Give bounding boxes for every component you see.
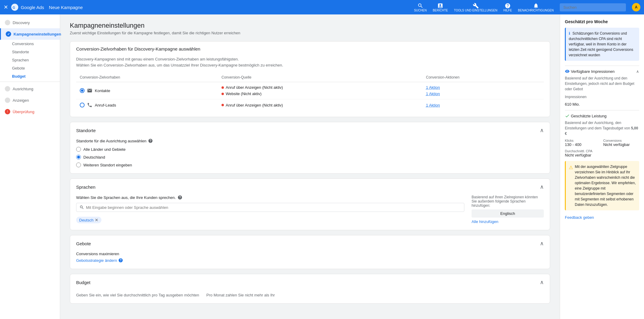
kontakte-action-2[interactable]: 1 Aktion bbox=[426, 91, 540, 96]
anruf-radio[interactable] bbox=[80, 103, 85, 107]
sprachen-tags: Deutsch ✕ bbox=[76, 214, 464, 223]
sprachen-suggested-title: Basierend auf Ihren Zielregionen könnten… bbox=[472, 195, 544, 208]
top-navigation: ✕ G Google Ads Neue Kampagne SUCHEN BERI… bbox=[0, 0, 644, 14]
sidebar-sub-standorte[interactable]: Standorte bbox=[0, 48, 60, 56]
radio-alle-laender[interactable]: Alle Länder und Gebiete bbox=[76, 147, 544, 152]
budget-title: Budget bbox=[76, 280, 91, 285]
source-anruf-label: Anruf über Anzeigen (Nicht aktiv) bbox=[226, 85, 283, 90]
anruf-action-1[interactable]: 1 Aktion bbox=[426, 103, 540, 107]
radio-deutschland-label: Deutschland bbox=[83, 155, 105, 160]
add-all-button[interactable]: Alle hinzufügen bbox=[472, 219, 544, 224]
main-content: Kampagneneinstellungen Zuerst wichtige E… bbox=[60, 14, 560, 319]
sidebar-item-kampagneneinstellungen[interactable]: ✓ Kampagneneinstellungen bbox=[0, 28, 60, 40]
radio-alle-input[interactable] bbox=[76, 147, 81, 152]
sidebar-sub-budget[interactable]: Budget bbox=[0, 72, 60, 80]
sprachen-help-icon bbox=[178, 195, 182, 200]
budget-note: Pro Monat zahlen Sie nicht mehr als Ihr bbox=[206, 293, 275, 297]
kontakte-action-1[interactable]: 1 Aktion bbox=[426, 85, 540, 90]
sprachen-card-header[interactable]: Sprachen ∧ bbox=[70, 179, 550, 195]
gebote-collapse-icon[interactable]: ∧ bbox=[540, 240, 544, 247]
tag-deutsch-remove[interactable]: ✕ bbox=[95, 218, 98, 222]
budget-card: Budget ∧ Geben Sie ein, wie viel Sie dur… bbox=[70, 274, 550, 304]
klicks-value: 130 - 400 bbox=[565, 142, 601, 147]
sidebar-item-discovery[interactable]: Discovery bbox=[0, 17, 60, 28]
sprachen-layout: Wählen Sie die Sprachen aus, die Ihre Ku… bbox=[76, 195, 544, 224]
impressions-expand-icon[interactable]: ∧ bbox=[636, 69, 639, 74]
sidebar-ausrichtung-label: Ausrichtung bbox=[13, 87, 33, 91]
gebote-card-header[interactable]: Gebote ∧ bbox=[70, 235, 550, 252]
user-avatar[interactable]: A bbox=[632, 3, 640, 11]
sprachen-search-box[interactable] bbox=[76, 203, 464, 212]
anruf-sources-cell: Anruf über Anzeigen (Nicht aktiv) bbox=[218, 99, 423, 111]
sprachen-collapse-icon[interactable]: ∧ bbox=[540, 184, 544, 190]
sidebar-sub-sprachen[interactable]: Sprachen bbox=[0, 56, 60, 64]
page-subtitle: Zuerst wichtige Einstellungen für die Ka… bbox=[70, 31, 550, 35]
kontakte-sources: Anruf über Anzeigen (Nicht aktiv) Websit… bbox=[221, 85, 419, 96]
tag-deutsch-label: Deutsch bbox=[79, 218, 94, 222]
sidebar-conversions-label: Conversions bbox=[12, 42, 34, 46]
standorte-card-header[interactable]: Standorte ∧ bbox=[70, 122, 550, 138]
sidebar-item-ueberpruefung[interactable]: ! Überprüfung bbox=[0, 106, 60, 117]
conversion-card: Conversion-Zielvorhaben für Discovery-Ka… bbox=[70, 41, 550, 117]
sidebar-standorte-label: Standorte bbox=[12, 50, 29, 54]
gebote-change-link[interactable]: Gebotsstrategie ändern bbox=[76, 258, 544, 263]
source-anruf-2-label: Anruf über Anzeigen (Nicht aktiv) bbox=[226, 103, 283, 107]
info-box: ℹ Schätzungen für Conversions und durchs… bbox=[565, 28, 639, 61]
radio-deutschland-input[interactable] bbox=[76, 155, 81, 160]
radio-deutschland[interactable]: Deutschland bbox=[76, 155, 544, 160]
suggested-english: Englisch bbox=[472, 209, 544, 218]
warning-text: Mit der ausgewählten Zielgruppe verzeich… bbox=[575, 164, 636, 207]
radio-weiterer[interactable]: Weiteren Standort eingeben bbox=[76, 163, 544, 167]
info-icon: ℹ bbox=[569, 31, 570, 36]
feedback-link[interactable]: Feedback geben bbox=[565, 215, 594, 220]
sprachen-search-input[interactable] bbox=[86, 205, 461, 210]
budget-collapse-icon[interactable]: ∧ bbox=[540, 279, 544, 286]
conversion-card-header[interactable]: Conversion-Zielvorhaben für Discovery-Ka… bbox=[70, 42, 550, 56]
global-search-input[interactable] bbox=[560, 3, 626, 11]
sprachen-search-icon bbox=[79, 205, 84, 210]
source-website-label: Website (Nicht aktiv) bbox=[226, 91, 262, 96]
budget-card-body: Geben Sie ein, wie viel Sie durchschnitt… bbox=[70, 290, 550, 303]
kontakte-radio[interactable] bbox=[80, 88, 85, 93]
ueberpruefung-step-icon: ! bbox=[5, 109, 10, 114]
col-aktionen: Conversion-Aktionen bbox=[423, 73, 544, 82]
conversions-value: Nicht verfügbar bbox=[603, 142, 639, 147]
sidebar-gebote-label: Gebote bbox=[12, 66, 25, 70]
reports-nav-button[interactable]: BERICHTE bbox=[433, 3, 448, 12]
conversion-table: Conversion-Zielvorhaben Conversion-Quell… bbox=[76, 73, 544, 111]
search-nav-button[interactable]: SUCHEN bbox=[414, 3, 427, 12]
tools-nav-label: TOOLS UND EINSTELLUNGEN bbox=[454, 9, 497, 12]
gebote-strategy-label: Conversions maximieren bbox=[76, 252, 544, 256]
discovery-step-icon bbox=[5, 20, 10, 25]
gebote-help-icon bbox=[118, 258, 123, 263]
performance-grid: Klicks 130 - 400 Conversions Nicht verfü… bbox=[565, 139, 639, 147]
kontakte-actions: 1 Aktion 1 Aktion bbox=[426, 85, 540, 96]
sidebar-sub-gebote[interactable]: Gebote bbox=[0, 64, 60, 72]
notifications-nav-button[interactable]: BENACHRICHTIGUNGEN bbox=[518, 3, 554, 12]
standorte-help-icon bbox=[148, 138, 153, 143]
radio-weiterer-label: Weiteren Standort eingeben bbox=[83, 163, 132, 167]
tag-deutsch: Deutsch ✕ bbox=[76, 217, 101, 223]
gebote-title: Gebote bbox=[76, 241, 91, 246]
anruf-icon bbox=[87, 102, 92, 108]
warning-box: ⚠ Mit der ausgewählten Zielgruppe verzei… bbox=[565, 161, 639, 210]
radio-weiterer-input[interactable] bbox=[76, 163, 81, 167]
performance-icon bbox=[565, 113, 570, 118]
conversion-section-title: Conversion-Zielvorhaben für Discovery-Ka… bbox=[76, 46, 200, 51]
gebote-card: Gebote ∧ Conversions maximieren Gebotsst… bbox=[70, 235, 550, 269]
impressions-icon bbox=[565, 69, 570, 74]
sidebar-divider-1 bbox=[0, 82, 60, 82]
sidebar-sub-conversions[interactable]: Conversions bbox=[0, 40, 60, 48]
table-row: Anruf-Leads Anruf über Anzeigen (Nicht a… bbox=[76, 99, 544, 111]
help-nav-button[interactable]: HILFE bbox=[503, 3, 512, 12]
dot-red-icon bbox=[221, 86, 224, 89]
standorte-collapse-icon[interactable]: ∧ bbox=[540, 127, 544, 134]
sidebar-item-ausrichtung[interactable]: Ausrichtung bbox=[0, 83, 60, 94]
tools-nav-button[interactable]: TOOLS UND EINSTELLUNGEN bbox=[454, 3, 497, 12]
svg-text:G: G bbox=[13, 6, 15, 9]
close-button[interactable]: ✕ bbox=[4, 4, 8, 11]
page-title: Kampagneneinstellungen bbox=[70, 22, 550, 29]
sidebar-item-anzeigen[interactable]: Anzeigen bbox=[0, 94, 60, 106]
budget-card-header[interactable]: Budget ∧ bbox=[70, 274, 550, 290]
sprachen-left-panel: Wählen Sie die Sprachen aus, die Ihre Ku… bbox=[76, 195, 464, 223]
